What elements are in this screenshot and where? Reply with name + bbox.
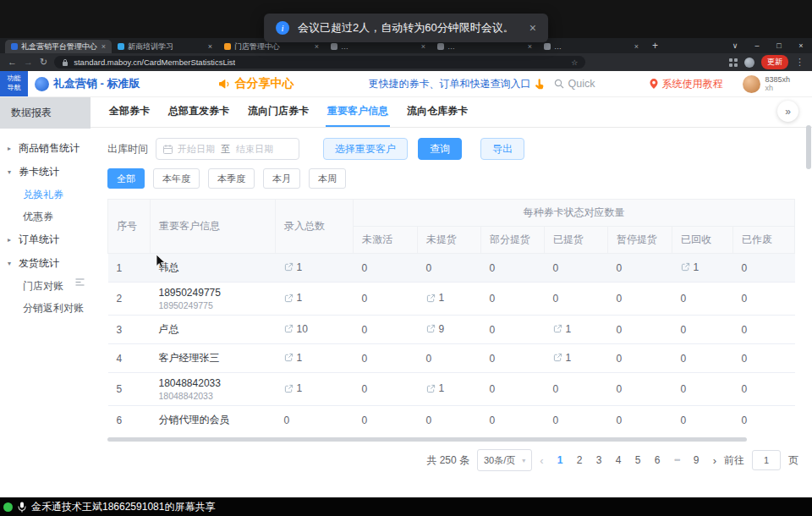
count-link[interactable]: 1 [284,261,303,273]
tab-close-icon[interactable]: × [315,42,319,51]
browser-tab[interactable]: …× [538,40,645,53]
share-center-link[interactable]: 合分享中心 [218,76,294,91]
tab-search-icon[interactable]: ∨ [724,38,746,53]
goto-page-input[interactable] [752,450,781,470]
cell-status: 0 [608,254,672,283]
count-link[interactable]: 10 [284,323,308,335]
sidebar-subitem[interactable]: 优惠券 [0,206,91,228]
sidebar-item[interactable]: ▾发货统计 [0,251,91,275]
count-zero: 0 [681,353,687,365]
page-unit-label: 页 [788,453,798,468]
sidebar-item[interactable]: ▾券卡统计 [0,160,91,184]
cell-status: 0 [545,373,608,406]
sidebar-subitem[interactable]: 分销返利对账 [0,297,91,319]
count-link[interactable]: 1 [553,352,572,364]
browser-menu-icon[interactable]: ⋮ [795,58,804,67]
browser-profile-avatar[interactable] [744,58,754,68]
count-link[interactable]: 1 [284,352,303,364]
cell-status: 1 [545,316,608,344]
content-tab[interactable]: 流向门店券卡 [246,96,310,127]
cell-total: 1 [276,344,354,373]
back-icon[interactable]: ← [8,58,17,67]
info-icon: i [276,21,289,35]
collapse-panel-button[interactable]: » [777,101,798,122]
maximize-button[interactable]: □ [768,38,790,53]
page-number[interactable]: 2 [571,451,589,469]
horizontal-scrollbar-thumb[interactable] [107,437,747,442]
page-number[interactable]: 3 [590,451,608,469]
tab-title: 门店管理中心 [234,41,311,52]
close-button[interactable]: × [790,38,812,53]
tutorial-link[interactable]: 系统使用教程 [650,77,722,91]
tab-close-icon[interactable]: × [528,42,532,51]
quick-search[interactable]: Quick [554,78,595,90]
sidebar-collapse-icon[interactable] [73,276,87,288]
count-zero: 0 [426,414,432,426]
count-zero: 0 [490,353,496,365]
quick-filter-chip[interactable]: 本月 [263,168,300,189]
toast-close-icon[interactable]: × [529,21,536,35]
cell-customer: 分销代理的会员 [151,406,276,435]
count-link[interactable]: 9 [426,323,445,335]
tab-close-icon[interactable]: × [208,42,212,51]
content-tab[interactable]: 全部券卡 [107,96,151,127]
quick-filter-chip[interactable]: 本季度 [208,168,255,189]
search-button[interactable]: 查询 [418,138,462,160]
content-tab[interactable]: 流向仓库券卡 [405,96,469,127]
count-link[interactable]: 1 [284,382,303,394]
select-customer-button[interactable]: 选择重要客户 [323,138,408,160]
user-menu[interactable]: 8385xh xh [743,75,790,93]
site-info-icon[interactable] [62,58,69,67]
count-zero: 0 [617,262,623,274]
quick-entry-tip[interactable]: 更快捷的券卡、订单和快递查询入口 [369,77,531,91]
date-filter-label: 出库时间 [107,142,148,156]
horizontal-scrollbar[interactable] [107,437,795,442]
next-page-button[interactable]: › [713,454,716,467]
reload-icon[interactable]: ↻ [40,58,47,67]
tab-close-icon[interactable]: × [102,42,106,51]
page-number[interactable]: 6 [649,451,667,469]
bookmark-star-icon[interactable]: ☆ [571,58,578,67]
sidebar-item[interactable]: ▸商品销售统计 [0,136,91,160]
cell-index: 2 [108,283,151,316]
quick-filter-chip[interactable]: 全部 [107,168,145,189]
forward-icon[interactable]: → [24,58,33,67]
vertical-scrollbar-thumb[interactable] [806,125,811,169]
sidebar-subitem[interactable]: 兑换礼券 [0,184,91,206]
browser-tab[interactable]: 礼盒营销平台管理中心× [5,40,112,53]
export-button[interactable]: 导出 [480,138,524,160]
user-sub: xh [765,84,790,92]
new-tab-button[interactable]: + [645,38,666,53]
count-link[interactable]: 1 [284,292,303,304]
count-link[interactable]: 1 [426,382,445,394]
tab-close-icon[interactable]: × [421,42,425,51]
function-nav-block[interactable]: 功能 导航 [0,71,28,96]
count-link[interactable]: 1 [553,323,572,335]
page-number[interactable]: 9 [688,451,705,469]
cell-index: 1 [108,254,151,283]
browser-tab[interactable]: 新商培训学习× [112,40,218,53]
quick-filter-chip[interactable]: 本年度 [153,168,200,189]
page-number[interactable]: 4 [610,451,628,469]
extensions-icon[interactable] [729,58,738,67]
quick-filter-chip[interactable]: 本周 [309,168,346,189]
sidebar-item[interactable]: ▸订单统计 [0,228,91,251]
caret-icon: ▸ [8,145,14,152]
address-bar[interactable]: standard.maboy.cn/CardMemberStatisticsLi… [54,56,585,69]
page-size-select[interactable]: 30条/页 ▾ [477,449,532,471]
count-link[interactable]: 1 [426,292,445,304]
prev-page-button[interactable]: ‹ [540,454,543,467]
minimize-button[interactable]: – [746,38,768,53]
content-tab[interactable]: 重要客户信息 [326,96,390,127]
count-zero: 0 [617,383,623,395]
count-zero: 0 [284,414,290,426]
browser-update-button[interactable]: 更新 [761,55,788,69]
content-tab[interactable]: 总部直发券卡 [167,96,231,127]
count-link[interactable]: 1 [681,261,700,273]
page-number[interactable]: 5 [629,451,647,469]
status-column-header: 部分提货 [481,227,545,254]
date-range-picker[interactable]: 开始日期 至 结束日期 [156,138,299,160]
tab-close-icon[interactable]: × [634,42,639,51]
cell-status: 0 [481,344,545,373]
page-number[interactable]: 1 [551,451,569,469]
